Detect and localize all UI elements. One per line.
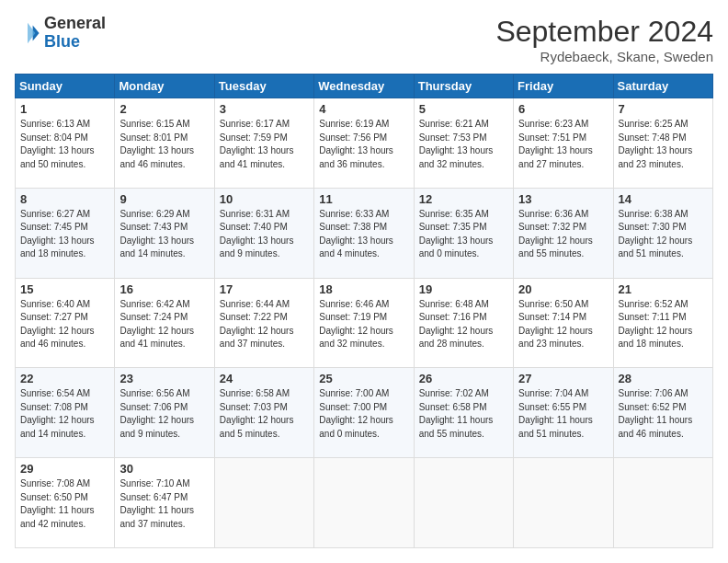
weekday-header-row: SundayMondayTuesdayWednesdayThursdayFrid… — [16, 75, 713, 98]
cell-info: Sunrise: 6:46 AM Sunset: 7:19 PM Dayligh… — [319, 298, 408, 351]
calendar-cell: 12Sunrise: 6:35 AM Sunset: 7:35 PM Dayli… — [414, 188, 513, 278]
weekday-header-wednesday: Wednesday — [314, 75, 414, 98]
cell-info: Sunrise: 7:04 AM Sunset: 6:55 PM Dayligh… — [518, 387, 608, 441]
calendar-cell: 2Sunrise: 6:15 AM Sunset: 8:01 PM Daylig… — [115, 98, 214, 189]
day-number: 8 — [20, 192, 109, 206]
cell-info: Sunrise: 6:19 AM Sunset: 7:56 PM Dayligh… — [319, 118, 408, 171]
day-number: 22 — [20, 372, 109, 385]
cell-info: Sunrise: 6:25 AM Sunset: 7:48 PM Dayligh… — [619, 118, 708, 171]
weekday-header-friday: Friday — [514, 75, 613, 98]
cell-info: Sunrise: 6:13 AM Sunset: 8:04 PM Dayligh… — [20, 118, 109, 171]
week-row-5: 29Sunrise: 7:08 AM Sunset: 6:50 PM Dayli… — [16, 458, 713, 548]
calendar-cell: 6Sunrise: 6:23 AM Sunset: 7:51 PM Daylig… — [514, 98, 613, 189]
day-number: 18 — [319, 282, 408, 296]
calendar-cell: 27Sunrise: 7:04 AM Sunset: 6:55 PM Dayli… — [514, 368, 613, 458]
weekday-header-monday: Monday — [115, 75, 214, 98]
day-number: 11 — [319, 192, 408, 206]
day-number: 30 — [119, 462, 209, 476]
logo-icon — [15, 20, 40, 46]
calendar-cell: 3Sunrise: 6:17 AM Sunset: 7:59 PM Daylig… — [214, 98, 313, 189]
cell-info: Sunrise: 6:21 AM Sunset: 7:53 PM Dayligh… — [419, 118, 508, 171]
cell-info: Sunrise: 6:29 AM Sunset: 7:43 PM Dayligh… — [119, 208, 209, 261]
day-number: 9 — [119, 192, 209, 206]
day-number: 27 — [518, 372, 608, 385]
calendar-cell: 5Sunrise: 6:21 AM Sunset: 7:53 PM Daylig… — [414, 98, 513, 189]
header: General Blue September 2024 Rydebaeck, S… — [15, 15, 713, 64]
calendar-cell — [414, 458, 513, 548]
day-number: 3 — [220, 102, 309, 116]
week-row-2: 8Sunrise: 6:27 AM Sunset: 7:45 PM Daylig… — [16, 188, 713, 278]
calendar-table: SundayMondayTuesdayWednesdayThursdayFrid… — [15, 74, 713, 548]
weekday-header-sunday: Sunday — [16, 75, 115, 98]
cell-info: Sunrise: 6:52 AM Sunset: 7:11 PM Dayligh… — [619, 298, 708, 351]
calendar-cell: 4Sunrise: 6:19 AM Sunset: 7:56 PM Daylig… — [314, 98, 414, 189]
logo-blue: Blue — [44, 32, 80, 51]
cell-info: Sunrise: 6:38 AM Sunset: 7:30 PM Dayligh… — [619, 208, 708, 261]
cell-info: Sunrise: 6:42 AM Sunset: 7:24 PM Dayligh… — [119, 298, 209, 351]
calendar-cell — [514, 458, 613, 548]
calendar-cell: 23Sunrise: 6:56 AM Sunset: 7:06 PM Dayli… — [115, 368, 214, 458]
cell-info: Sunrise: 7:06 AM Sunset: 6:52 PM Dayligh… — [619, 387, 708, 441]
logo: General Blue — [15, 15, 106, 52]
cell-info: Sunrise: 6:36 AM Sunset: 7:32 PM Dayligh… — [518, 208, 608, 261]
cell-info: Sunrise: 6:17 AM Sunset: 7:59 PM Dayligh… — [220, 118, 309, 171]
day-number: 4 — [319, 102, 408, 116]
week-row-4: 22Sunrise: 6:54 AM Sunset: 7:08 PM Dayli… — [16, 368, 713, 458]
calendar-cell: 9Sunrise: 6:29 AM Sunset: 7:43 PM Daylig… — [115, 188, 214, 278]
day-number: 24 — [220, 372, 309, 385]
day-number: 14 — [619, 192, 708, 206]
calendar-cell: 25Sunrise: 7:00 AM Sunset: 7:00 PM Dayli… — [314, 368, 414, 458]
cell-info: Sunrise: 6:15 AM Sunset: 8:01 PM Dayligh… — [119, 118, 209, 171]
page: General Blue September 2024 Rydebaeck, S… — [0, 0, 728, 563]
calendar-cell: 10Sunrise: 6:31 AM Sunset: 7:40 PM Dayli… — [214, 188, 313, 278]
weekday-header-saturday: Saturday — [613, 75, 712, 98]
week-row-1: 1Sunrise: 6:13 AM Sunset: 8:04 PM Daylig… — [16, 98, 713, 189]
calendar-cell: 18Sunrise: 6:46 AM Sunset: 7:19 PM Dayli… — [314, 278, 414, 368]
cell-info: Sunrise: 7:02 AM Sunset: 6:58 PM Dayligh… — [419, 387, 508, 441]
calendar-cell: 7Sunrise: 6:25 AM Sunset: 7:48 PM Daylig… — [613, 98, 712, 189]
day-number: 19 — [419, 282, 508, 296]
day-number: 2 — [119, 102, 209, 116]
weekday-header-tuesday: Tuesday — [214, 75, 313, 98]
day-number: 12 — [419, 192, 508, 206]
calendar-cell: 15Sunrise: 6:40 AM Sunset: 7:27 PM Dayli… — [16, 278, 115, 368]
calendar-cell: 13Sunrise: 6:36 AM Sunset: 7:32 PM Dayli… — [514, 188, 613, 278]
day-number: 6 — [518, 102, 608, 116]
calendar-cell: 11Sunrise: 6:33 AM Sunset: 7:38 PM Dayli… — [314, 188, 414, 278]
week-row-3: 15Sunrise: 6:40 AM Sunset: 7:27 PM Dayli… — [16, 278, 713, 368]
cell-info: Sunrise: 6:50 AM Sunset: 7:14 PM Dayligh… — [518, 298, 608, 351]
calendar-cell: 17Sunrise: 6:44 AM Sunset: 7:22 PM Dayli… — [214, 278, 313, 368]
cell-info: Sunrise: 6:33 AM Sunset: 7:38 PM Dayligh… — [319, 208, 408, 261]
day-number: 17 — [220, 282, 309, 296]
day-number: 25 — [319, 372, 408, 385]
calendar-cell: 30Sunrise: 7:10 AM Sunset: 6:47 PM Dayli… — [115, 458, 214, 548]
calendar-cell: 14Sunrise: 6:38 AM Sunset: 7:30 PM Dayli… — [613, 188, 712, 278]
cell-info: Sunrise: 6:27 AM Sunset: 7:45 PM Dayligh… — [20, 208, 109, 261]
calendar-cell: 24Sunrise: 6:58 AM Sunset: 7:03 PM Dayli… — [214, 368, 313, 458]
day-number: 10 — [220, 192, 309, 206]
calendar-cell — [314, 458, 414, 548]
calendar-cell — [214, 458, 313, 548]
day-number: 20 — [518, 282, 608, 296]
calendar-cell: 19Sunrise: 6:48 AM Sunset: 7:16 PM Dayli… — [414, 278, 513, 368]
cell-info: Sunrise: 6:23 AM Sunset: 7:51 PM Dayligh… — [518, 118, 608, 171]
day-number: 15 — [20, 282, 109, 296]
calendar-cell: 28Sunrise: 7:06 AM Sunset: 6:52 PM Dayli… — [613, 368, 712, 458]
cell-info: Sunrise: 7:10 AM Sunset: 6:47 PM Dayligh… — [119, 477, 209, 531]
day-number: 7 — [619, 102, 708, 116]
location: Rydebaeck, Skane, Sweden — [495, 49, 713, 64]
title-block: September 2024 Rydebaeck, Skane, Sweden — [495, 15, 713, 64]
cell-info: Sunrise: 6:54 AM Sunset: 7:08 PM Dayligh… — [20, 387, 109, 441]
calendar-cell: 20Sunrise: 6:50 AM Sunset: 7:14 PM Dayli… — [514, 278, 613, 368]
calendar-cell: 29Sunrise: 7:08 AM Sunset: 6:50 PM Dayli… — [16, 458, 115, 548]
day-number: 23 — [119, 372, 209, 385]
cell-info: Sunrise: 6:56 AM Sunset: 7:06 PM Dayligh… — [119, 387, 209, 441]
cell-info: Sunrise: 6:44 AM Sunset: 7:22 PM Dayligh… — [220, 298, 309, 351]
calendar-cell: 22Sunrise: 6:54 AM Sunset: 7:08 PM Dayli… — [16, 368, 115, 458]
calendar-cell: 21Sunrise: 6:52 AM Sunset: 7:11 PM Dayli… — [613, 278, 712, 368]
cell-info: Sunrise: 7:00 AM Sunset: 7:00 PM Dayligh… — [319, 387, 408, 441]
day-number: 16 — [119, 282, 209, 296]
calendar-cell: 8Sunrise: 6:27 AM Sunset: 7:45 PM Daylig… — [16, 188, 115, 278]
day-number: 5 — [419, 102, 508, 116]
logo-general: General — [44, 14, 106, 32]
